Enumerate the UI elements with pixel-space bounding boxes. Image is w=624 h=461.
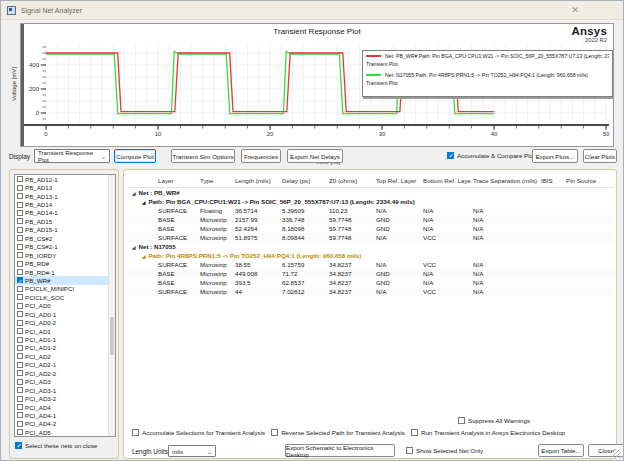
- checkbox-icon[interactable]: [17, 379, 23, 385]
- export-net-delays-button[interactable]: Export Net Delays: [287, 149, 343, 163]
- compute-plot-button[interactable]: Compute Plot: [114, 149, 156, 163]
- net-list-item[interactable]: PB_CS#2-1: [15, 243, 115, 251]
- checkbox-icon[interactable]: [458, 417, 465, 424]
- checkbox-icon[interactable]: [17, 193, 23, 199]
- export-schematic-button[interactable]: Export Schematic to Electronics Desktop: [285, 444, 395, 457]
- resize-grip-icon[interactable]: [612, 449, 621, 458]
- net-list[interactable]: PB_AD12-1PB_AD13PB_AD13-1PB_AD14PB_AD14-…: [14, 174, 116, 437]
- net-list-item[interactable]: PCI_AD2: [15, 352, 115, 360]
- net-list-item[interactable]: PCI_AD0-1: [15, 310, 115, 318]
- checkbox-icon[interactable]: [17, 404, 23, 410]
- net-list-item[interactable]: PB_AD14: [15, 200, 115, 208]
- checkbox-icon[interactable]: [17, 421, 23, 427]
- checkbox-icon[interactable]: [17, 328, 23, 334]
- checkbox-icon[interactable]: [411, 429, 418, 436]
- accumulate-selections-checkbox[interactable]: Accumulate Selections for Transient Anal…: [132, 429, 265, 436]
- net-list-item[interactable]: PCICLK_SOC: [15, 293, 115, 301]
- export-table-button[interactable]: Export Table...: [538, 444, 584, 457]
- net-list-item[interactable]: PB_AD12-1: [15, 175, 115, 183]
- checkbox-icon[interactable]: [17, 320, 23, 326]
- net-list-item[interactable]: PB_IORDY: [15, 251, 115, 259]
- checkbox-icon[interactable]: [17, 387, 23, 393]
- show-selected-net-checkbox[interactable]: Show Selected Net Only: [406, 447, 483, 454]
- checkbox-icon[interactable]: [17, 269, 23, 275]
- layer-data-row[interactable]: BASEMicrostrip449.00871.7234.8237GNDN/AN…: [128, 269, 614, 278]
- layer-data-row[interactable]: BASEMicrostrip393.562.853734.8237GNDN/AN…: [128, 278, 614, 287]
- checkbox-icon[interactable]: [17, 345, 23, 351]
- checkbox-icon[interactable]: [17, 185, 23, 191]
- net-list-item[interactable]: PB_AD13: [15, 183, 115, 191]
- select-nets-on-close-checkbox[interactable]: Select these nets on close: [15, 442, 97, 449]
- checkbox-icon[interactable]: [17, 286, 23, 292]
- net-list-item[interactable]: PB_AD15: [15, 217, 115, 225]
- checkbox-icon[interactable]: [17, 412, 23, 418]
- net-list-item[interactable]: PB_RD#: [15, 259, 115, 267]
- display-combo[interactable]: Transient Response Plot ⌄: [34, 149, 110, 163]
- net-list-item[interactable]: PB_WR#: [15, 276, 115, 284]
- net-list-item[interactable]: PCI_AD1-2: [15, 344, 115, 352]
- checkbox-icon[interactable]: [17, 294, 23, 300]
- reverse-path-checkbox[interactable]: Reverse Selected Path for Transient Anal…: [271, 429, 405, 436]
- checkbox-icon[interactable]: [17, 429, 23, 435]
- checkbox-icon[interactable]: [17, 362, 23, 368]
- checkbox-icon[interactable]: [17, 311, 23, 317]
- checkbox-icon[interactable]: [17, 210, 23, 216]
- net-list-item[interactable]: PB_AD14-1: [15, 209, 115, 217]
- net-group-row[interactable]: ◢Net : N17055: [128, 242, 614, 251]
- net-list-item[interactable]: PB_CS#2: [15, 234, 115, 242]
- net-list-item[interactable]: PB_AD15-1: [15, 226, 115, 234]
- checkbox-icon[interactable]: [17, 261, 23, 267]
- checkbox-icon[interactable]: [17, 244, 23, 250]
- tree-expand-icon[interactable]: ◢: [132, 189, 135, 198]
- checkbox-icon[interactable]: [17, 252, 23, 258]
- net-list-item[interactable]: PCI_AD3-2: [15, 394, 115, 402]
- frequencies-button[interactable]: Frequencies: [241, 149, 281, 163]
- scrollbar-thumb[interactable]: [110, 317, 114, 355]
- accumulate-compare-checkbox[interactable]: Accumulate & Compare Plots: [447, 152, 538, 159]
- net-list-item[interactable]: PCI_AD0: [15, 302, 115, 310]
- net-list-item[interactable]: PCI_AD1-1: [15, 335, 115, 343]
- net-list-item[interactable]: PCI_AD3: [15, 378, 115, 386]
- net-list-scrollbar[interactable]: [108, 175, 115, 436]
- checkbox-icon[interactable]: [17, 370, 23, 376]
- checkbox-icon[interactable]: [17, 218, 23, 224]
- net-list-item[interactable]: PCI_AD5: [15, 428, 115, 436]
- net-list-item[interactable]: PCI_AD4: [15, 403, 115, 411]
- net-list-item[interactable]: PCI_AD1: [15, 327, 115, 335]
- path-row[interactable]: ◢Path: Pin BGA_CPU:CPU1:W21 -> Pin SOIC_…: [128, 197, 614, 206]
- checkbox-icon[interactable]: [447, 152, 454, 159]
- checkbox-icon[interactable]: [17, 277, 23, 283]
- net-list-item[interactable]: PCI_AD4-2: [15, 420, 115, 428]
- layer-data-row[interactable]: BASEMicrostrip52.42648.1809859.7748GNDN/…: [128, 224, 614, 233]
- net-list-item[interactable]: PCI_AD4-1: [15, 411, 115, 419]
- checkbox-icon[interactable]: [17, 227, 23, 233]
- checkbox-icon[interactable]: [17, 176, 23, 182]
- run-transient-checkbox[interactable]: Run Transient Analysis in Ansys Electron…: [411, 429, 565, 436]
- layer-data-row[interactable]: SURFACEMicrostrip38.556.1575934.8237N/AV…: [128, 260, 614, 269]
- net-list-item[interactable]: PCI_AD0-2: [15, 318, 115, 326]
- checkbox-icon[interactable]: [17, 303, 23, 309]
- layer-data-row[interactable]: SURFACEMicrostrip447.0281234.8237N/AVCCN…: [128, 287, 614, 296]
- net-list-item[interactable]: PB_RD#-1: [15, 268, 115, 276]
- checkbox-icon[interactable]: [271, 429, 278, 436]
- checkbox-icon[interactable]: [15, 442, 22, 449]
- export-plots-button[interactable]: Export Plots...: [532, 149, 578, 163]
- path-row[interactable]: ◢Path: Pin 4R8PS:PRN1:5 -> Pin TO252_H94…: [128, 251, 614, 260]
- checkbox-icon[interactable]: [17, 353, 23, 359]
- suppress-warnings-checkbox[interactable]: Suppress All Warnings: [458, 417, 530, 424]
- net-list-item[interactable]: PCI_AD2-1: [15, 361, 115, 369]
- layer-data-row[interactable]: BASEMicrostrip2157.99336.74859.7748GNDN/…: [128, 215, 614, 224]
- checkbox-icon[interactable]: [17, 337, 23, 343]
- checkbox-icon[interactable]: [406, 447, 413, 454]
- net-list-item[interactable]: PCICLK_MINIPCI: [15, 285, 115, 293]
- net-list-item[interactable]: PB_AD13-1: [15, 192, 115, 200]
- close-icon[interactable]: ✕: [571, 6, 579, 15]
- checkbox-icon[interactable]: [17, 235, 23, 241]
- net-list-item[interactable]: PCI_AD2-2: [15, 369, 115, 377]
- checkbox-icon[interactable]: [17, 396, 23, 402]
- clear-plots-button[interactable]: Clear Plots: [583, 149, 617, 163]
- net-list-item[interactable]: PCI_AD3-1: [15, 386, 115, 394]
- transient-sim-options-button[interactable]: Transient Sim Options: [171, 149, 235, 163]
- layer-data-row[interactable]: SURFACEFloating36.57145.39609110.23N/AN/…: [128, 206, 614, 215]
- checkbox-icon[interactable]: [17, 202, 23, 208]
